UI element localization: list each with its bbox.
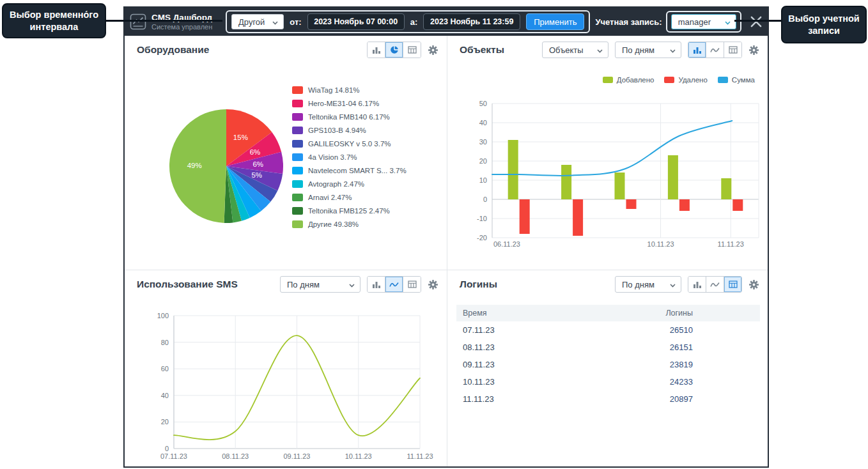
objects-grouping-select[interactable]: По дням bbox=[615, 42, 681, 58]
legend-item[interactable]: GALILEOSKY v 5.0 3.7% bbox=[292, 137, 407, 150]
sms-grouping-select[interactable]: По дням bbox=[280, 276, 360, 293]
legend-swatch bbox=[292, 86, 303, 94]
axis-label: 11.11.23 bbox=[718, 240, 744, 248]
table-icon[interactable] bbox=[403, 277, 421, 292]
axis-label: 40 bbox=[161, 392, 169, 399]
axis-label: 10.11.23 bbox=[647, 240, 674, 248]
gear-icon[interactable] bbox=[748, 45, 759, 56]
bar-removed bbox=[679, 199, 690, 211]
bar-chart-icon[interactable] bbox=[688, 42, 706, 58]
axis-label: 80 bbox=[161, 339, 169, 346]
app-logo-icon bbox=[130, 13, 146, 30]
legend-swatch bbox=[292, 113, 303, 121]
chart-type-switcher bbox=[688, 42, 742, 58]
gear-icon[interactable] bbox=[428, 279, 438, 290]
bar-chart-icon[interactable] bbox=[688, 277, 706, 292]
apply-button[interactable]: Применить bbox=[526, 13, 584, 30]
bar-chart-icon[interactable] bbox=[368, 42, 385, 58]
pie-slice-label: 49% bbox=[187, 162, 202, 169]
select-value: По дням bbox=[622, 280, 655, 289]
legend-item[interactable]: Teltonika FMB125 2.47% bbox=[292, 204, 407, 217]
table-icon[interactable] bbox=[724, 277, 741, 292]
legend-label: Другие 49.38% bbox=[308, 220, 359, 228]
bar-added bbox=[615, 173, 625, 199]
table-icon[interactable] bbox=[403, 42, 421, 58]
panel-equipment: Оборудование 15%6%6%5%49% WiaTag 14.81%H… bbox=[125, 36, 447, 270]
table-icon[interactable] bbox=[724, 42, 741, 58]
line-chart-icon[interactable] bbox=[385, 277, 403, 292]
cell-date: 07.11.23 bbox=[456, 325, 655, 335]
bar-removed bbox=[626, 199, 637, 209]
callout-account: Выбор учетной записи bbox=[781, 6, 867, 43]
chart-type-switcher bbox=[688, 276, 742, 293]
gear-icon[interactable] bbox=[428, 45, 438, 56]
axis-label: 100 bbox=[157, 312, 169, 319]
axis-label: 0 bbox=[165, 445, 169, 452]
legend-swatch bbox=[292, 207, 303, 215]
sum-line bbox=[492, 121, 732, 176]
to-date-input[interactable]: 2023 Ноябрь 11 23:59 bbox=[423, 13, 520, 30]
axis-label: 09.11.23 bbox=[283, 452, 310, 460]
legend-item[interactable]: GPS103-B 4.94% bbox=[292, 123, 407, 137]
legend-swatch bbox=[292, 167, 303, 174]
chevron-down-icon bbox=[272, 17, 278, 27]
legend-label: Teltonika FMB140 6.17% bbox=[308, 113, 390, 121]
close-icon[interactable] bbox=[749, 15, 763, 29]
gear-icon[interactable] bbox=[748, 279, 759, 290]
callout-connector-right bbox=[734, 20, 782, 22]
equipment-pie-chart: 15%6%6%5%49% bbox=[162, 102, 290, 230]
panel-title: Логины bbox=[460, 279, 497, 290]
table-row: 11.11.2320897 bbox=[456, 390, 760, 408]
column-header-time: Время bbox=[456, 309, 655, 318]
legend-swatch bbox=[292, 127, 303, 134]
chevron-down-icon bbox=[670, 45, 676, 55]
legend-label: Teltonika FMB125 2.47% bbox=[308, 207, 390, 215]
legend-item[interactable]: 4a Vision 3.7% bbox=[292, 150, 407, 164]
line-chart-icon[interactable] bbox=[706, 42, 724, 58]
legend-item[interactable]: Arnavi 2.47% bbox=[292, 190, 407, 204]
legend-item[interactable]: Navtelecom SMART S... 3.7% bbox=[292, 164, 407, 177]
from-date-input[interactable]: 2023 Ноябрь 07 00:00 bbox=[307, 13, 405, 30]
panel-sms-header: Использование SMS По дням bbox=[125, 270, 447, 298]
objects-combo-chart: 50403020100-10-2006.11.2310.11.2311.11.2… bbox=[447, 64, 768, 270]
pie-chart-icon[interactable] bbox=[385, 42, 403, 58]
dashboard-content: Оборудование 15%6%6%5%49% WiaTag 14.81%H… bbox=[125, 36, 768, 466]
panel-logins-header: Логины По дням bbox=[447, 270, 768, 298]
axis-label: 60 bbox=[161, 365, 169, 373]
select-value: Объекты bbox=[549, 45, 584, 55]
axis-label: -10 bbox=[477, 215, 487, 222]
chevron-down-icon bbox=[349, 280, 355, 289]
legend-item[interactable]: Hero-ME31-04 6.17% bbox=[292, 96, 407, 110]
time-interval-highlight-box: Другой от: 2023 Ноябрь 07 00:00 а: 2023 … bbox=[226, 10, 590, 33]
legend-item[interactable]: WiaTag 14.81% bbox=[292, 83, 407, 96]
cell-logins: 23819 bbox=[655, 360, 693, 369]
chevron-down-icon bbox=[670, 280, 676, 289]
callout-connector-left bbox=[104, 20, 222, 22]
panel-logins: Логины По дням ВремяЛогины07.11.23265100… bbox=[447, 270, 768, 466]
legend-swatch bbox=[292, 194, 303, 201]
interval-type-select[interactable]: Другой bbox=[231, 14, 284, 29]
axis-label: 10.11.23 bbox=[345, 452, 372, 460]
table-header-row: ВремяЛогины bbox=[456, 305, 760, 321]
pie-slice-label: 5% bbox=[251, 171, 262, 179]
legend-item[interactable]: Другие 49.38% bbox=[292, 217, 407, 231]
select-value: По дням bbox=[622, 45, 655, 55]
axis-label: 50 bbox=[479, 100, 487, 107]
axis-label: 06.11.23 bbox=[493, 240, 520, 248]
legend-label: GALILEOSKY v 5.0 3.7% bbox=[308, 140, 391, 148]
app-window: CMS Дашборд Система управлен Другой от: … bbox=[123, 6, 769, 468]
logins-grouping-select[interactable]: По дням bbox=[615, 276, 681, 293]
legend-item[interactable]: Teltonika FMB140 6.17% bbox=[292, 110, 407, 123]
legend-label: Arnavi 2.47% bbox=[308, 194, 352, 201]
objects-metric-select[interactable]: Объекты bbox=[542, 42, 608, 58]
axis-label: 20 bbox=[479, 157, 487, 165]
cell-logins: 20897 bbox=[655, 394, 693, 404]
axis-label: 20 bbox=[161, 418, 169, 426]
legend-item[interactable]: Avtograph 2.47% bbox=[292, 177, 407, 190]
bar-chart-icon[interactable] bbox=[368, 277, 385, 292]
app-subtitle: Система управлен bbox=[151, 23, 217, 31]
line-chart-icon[interactable] bbox=[706, 277, 724, 292]
axis-label: -20 bbox=[477, 234, 487, 242]
account-label: Учетная запись: bbox=[590, 17, 662, 27]
account-select[interactable]: manager bbox=[671, 14, 736, 29]
